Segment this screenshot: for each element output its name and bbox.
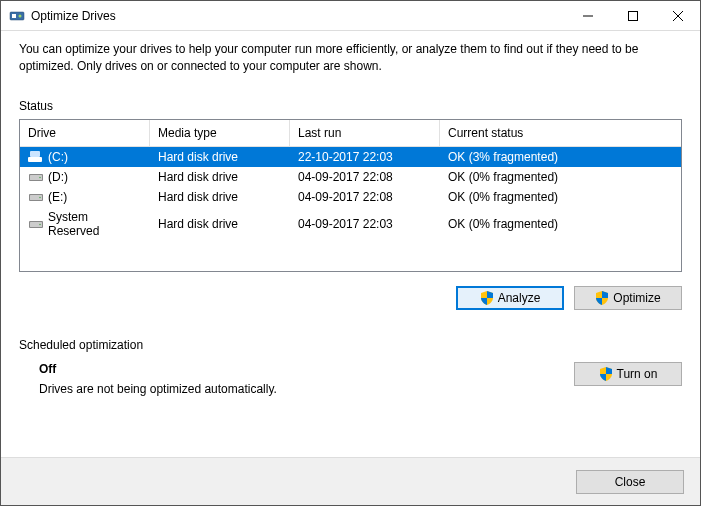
svg-rect-4: [628, 11, 637, 20]
drive-status: OK (0% fragmented): [440, 169, 681, 185]
drive-last-run: 04-09-2017 22:03: [290, 216, 440, 232]
drive-name: (D:): [48, 170, 68, 184]
close-button-label: Close: [615, 475, 646, 489]
drive-icon: [28, 151, 44, 163]
drive-name: (E:): [48, 190, 67, 204]
column-header-drive[interactable]: Drive: [20, 120, 150, 146]
drive-icon: [28, 171, 44, 183]
svg-point-2: [19, 14, 22, 17]
column-header-media[interactable]: Media type: [150, 120, 290, 146]
drive-icon: [28, 218, 44, 230]
turn-on-button-label: Turn on: [617, 367, 658, 381]
drive-name: (C:): [48, 150, 68, 164]
maximize-button[interactable]: [610, 1, 655, 31]
close-dialog-button[interactable]: Close: [576, 470, 684, 494]
drive-row[interactable]: System ReservedHard disk drive04-09-2017…: [20, 207, 681, 241]
drives-listview[interactable]: Drive Media type Last run Current status…: [19, 119, 682, 272]
drive-last-run: 04-09-2017 22:08: [290, 189, 440, 205]
scheduled-label: Scheduled optimization: [19, 338, 682, 352]
scheduled-state: Off: [39, 362, 574, 376]
column-header-last[interactable]: Last run: [290, 120, 440, 146]
svg-point-14: [39, 196, 41, 198]
drive-status: OK (0% fragmented): [440, 216, 681, 232]
svg-rect-1: [12, 14, 16, 18]
drive-row[interactable]: (E:)Hard disk drive04-09-2017 22:08OK (0…: [20, 187, 681, 207]
drive-media: Hard disk drive: [150, 149, 290, 165]
scheduled-description: Drives are not being optimized automatic…: [39, 382, 574, 396]
drive-status: OK (3% fragmented): [440, 149, 681, 165]
close-button[interactable]: [655, 1, 700, 31]
drive-media: Hard disk drive: [150, 169, 290, 185]
optimize-button[interactable]: Optimize: [574, 286, 682, 310]
drive-media: Hard disk drive: [150, 216, 290, 232]
analyze-button-label: Analyze: [498, 291, 541, 305]
app-icon: [9, 8, 25, 24]
shield-icon: [595, 291, 609, 305]
drive-name: System Reserved: [48, 210, 142, 238]
drive-status: OK (0% fragmented): [440, 189, 681, 205]
footer: Close: [1, 457, 700, 505]
analyze-button[interactable]: Analyze: [456, 286, 564, 310]
status-label: Status: [19, 99, 682, 113]
drive-row[interactable]: (D:)Hard disk drive04-09-2017 22:08OK (0…: [20, 167, 681, 187]
svg-rect-8: [30, 151, 40, 157]
window-title: Optimize Drives: [31, 9, 565, 23]
svg-rect-7: [28, 157, 42, 162]
column-header-status[interactable]: Current status: [440, 120, 681, 146]
shield-icon: [599, 367, 613, 381]
description-text: You can optimize your drives to help you…: [19, 41, 682, 75]
svg-point-17: [39, 223, 41, 225]
drive-media: Hard disk drive: [150, 189, 290, 205]
drive-row[interactable]: (C:)Hard disk drive22-10-2017 22:03OK (3…: [20, 147, 681, 167]
minimize-button[interactable]: [565, 1, 610, 31]
drive-last-run: 04-09-2017 22:08: [290, 169, 440, 185]
turn-on-button[interactable]: Turn on: [574, 362, 682, 386]
drive-icon: [28, 191, 44, 203]
svg-point-11: [39, 176, 41, 178]
titlebar: Optimize Drives: [1, 1, 700, 31]
shield-icon: [480, 291, 494, 305]
drives-header: Drive Media type Last run Current status: [20, 120, 681, 147]
optimize-button-label: Optimize: [613, 291, 660, 305]
drive-last-run: 22-10-2017 22:03: [290, 149, 440, 165]
